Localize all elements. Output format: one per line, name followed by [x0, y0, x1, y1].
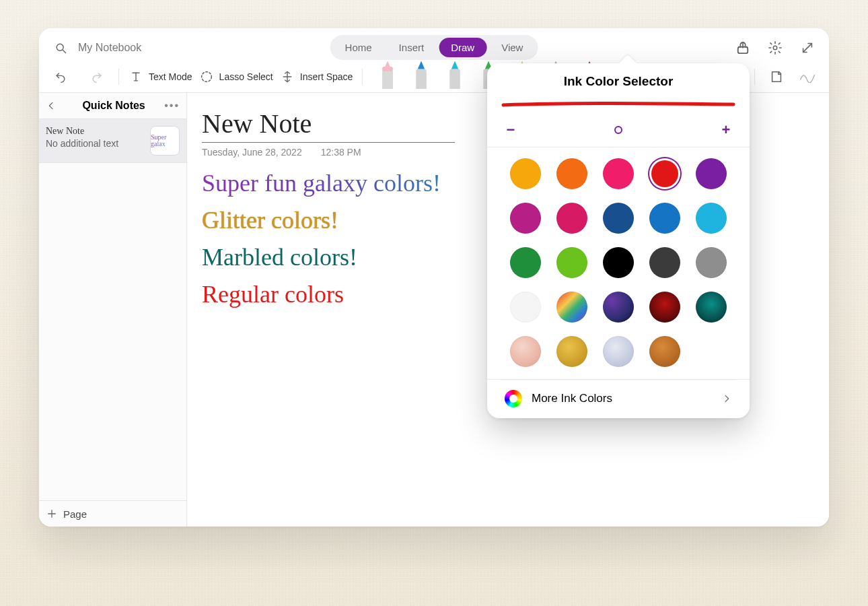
color-swatch[interactable] — [603, 292, 634, 323]
color-swatch[interactable] — [510, 336, 541, 367]
back-icon[interactable] — [46, 100, 63, 111]
color-swatch[interactable] — [603, 203, 634, 234]
size-increase-button[interactable]: + — [719, 121, 733, 139]
pen-pen-blue[interactable] — [411, 65, 431, 89]
svg-point-0 — [57, 44, 63, 50]
ink-color-popover: Ink Color Selector − + More Ink Colors — [487, 63, 750, 418]
color-swatch[interactable] — [510, 292, 541, 323]
note-thumbnail: Super galax — [150, 126, 180, 156]
search-icon — [48, 36, 73, 60]
color-swatches — [501, 147, 736, 379]
popover-title: Ink Color Selector — [501, 74, 736, 89]
color-swatch[interactable] — [556, 203, 587, 234]
note-item-title: New Note — [46, 126, 145, 137]
color-swatch[interactable] — [510, 247, 541, 278]
more-colors-row[interactable]: More Ink Colors — [501, 380, 736, 418]
text-icon — [129, 69, 143, 84]
svg-rect-6 — [383, 67, 394, 71]
squiggle-icon[interactable] — [795, 65, 820, 89]
color-swatch[interactable] — [696, 247, 727, 278]
tab-home[interactable]: Home — [333, 38, 384, 57]
header-tabs: Home Insert Draw View — [330, 35, 538, 60]
add-page-button[interactable]: Page — [39, 500, 186, 527]
svg-rect-7 — [383, 71, 394, 89]
color-swatch[interactable] — [510, 158, 541, 189]
notebook-title: My Notebook — [78, 42, 141, 54]
tab-insert[interactable]: Insert — [387, 38, 437, 57]
sidebar: Quick Notes ••• New Note No additional t… — [39, 93, 187, 527]
lasso-button[interactable]: Lasso Select — [199, 69, 273, 84]
color-swatch[interactable] — [649, 247, 680, 278]
size-decrease-button[interactable]: − — [503, 121, 518, 139]
svg-line-1 — [63, 50, 65, 53]
search[interactable]: My Notebook — [48, 36, 141, 60]
color-swatch[interactable] — [696, 158, 727, 189]
lasso-icon — [199, 69, 214, 84]
color-swatch[interactable] — [510, 203, 541, 234]
note-icon[interactable] — [764, 65, 789, 89]
color-swatch[interactable] — [556, 336, 587, 367]
color-swatch[interactable] — [556, 292, 587, 323]
stroke-size-row: − + — [501, 121, 736, 139]
svg-point-5 — [201, 71, 211, 81]
stroke-preview — [501, 98, 736, 110]
pen-eraser[interactable] — [377, 65, 398, 89]
note-time: 12:38 PM — [321, 147, 361, 158]
svg-point-4 — [773, 46, 777, 50]
color-swatch[interactable] — [556, 247, 587, 278]
settings-icon[interactable] — [763, 36, 787, 60]
color-swatch[interactable] — [649, 292, 680, 323]
note-item-subtitle: No additional text — [46, 138, 145, 149]
color-swatch[interactable] — [649, 158, 680, 189]
color-swatch[interactable] — [649, 203, 680, 234]
pen-pen-cyan[interactable] — [445, 65, 465, 89]
share-icon[interactable] — [731, 36, 755, 60]
note-date: Tuesday, June 28, 2022 — [202, 147, 302, 158]
insert-space-icon — [280, 69, 295, 84]
header: My Notebook Home Insert Draw View — [39, 28, 829, 61]
color-swatch[interactable] — [603, 247, 634, 278]
color-swatch[interactable] — [696, 292, 727, 323]
more-icon[interactable]: ••• — [164, 100, 180, 112]
color-swatch[interactable] — [696, 203, 727, 234]
note-list-item[interactable]: New Note No additional text Super galax — [39, 119, 186, 163]
color-swatch[interactable] — [556, 158, 587, 189]
sidebar-title: Quick Notes — [67, 100, 160, 112]
chevron-right-icon — [721, 393, 732, 404]
tab-draw[interactable]: Draw — [439, 38, 486, 57]
tab-view[interactable]: View — [489, 38, 535, 57]
color-wheel-icon — [505, 390, 522, 407]
undo-icon[interactable] — [48, 65, 73, 89]
expand-icon[interactable] — [795, 36, 820, 60]
redo-icon[interactable] — [85, 65, 109, 89]
text-mode-button[interactable]: Text Mode — [129, 69, 192, 84]
color-swatch[interactable] — [603, 158, 634, 189]
insert-space-button[interactable]: Insert Space — [280, 69, 353, 84]
note-title: New Note — [202, 108, 312, 139]
color-swatch[interactable] — [603, 336, 634, 367]
size-option[interactable] — [614, 126, 622, 134]
color-swatch[interactable] — [649, 336, 680, 367]
plus-icon — [46, 508, 58, 520]
